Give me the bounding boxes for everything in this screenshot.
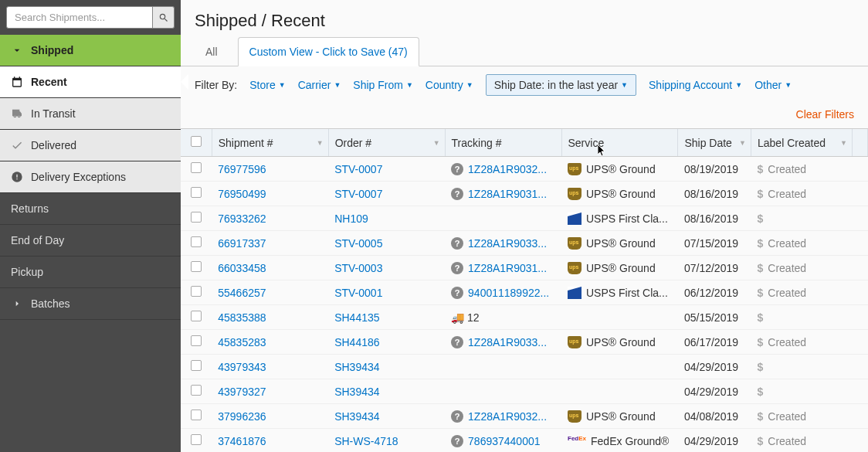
tracking-cell[interactable]: ?940011189922...: [445, 280, 561, 305]
tracking-cell[interactable]: ?786937440001: [445, 429, 561, 453]
tracking-cell[interactable]: [445, 206, 561, 231]
col-order[interactable]: Order #▼: [328, 129, 445, 157]
shipment-link[interactable]: 45835388: [212, 305, 328, 330]
col-shipment[interactable]: Shipment #▼: [212, 129, 328, 157]
row-checkbox[interactable]: [191, 261, 202, 272]
nav-returns[interactable]: Returns: [0, 193, 181, 225]
filter-country[interactable]: Country ▼: [426, 79, 473, 91]
row-checkbox[interactable]: [191, 410, 202, 420]
row-checkbox[interactable]: [191, 236, 202, 247]
nav-delivered[interactable]: Delivered: [0, 130, 181, 161]
shipment-link[interactable]: 43979327: [212, 379, 328, 404]
table-row[interactable]: 76950499STV-0007?1Z28A1R9031...UPS® Grou…: [181, 182, 868, 206]
filter-other[interactable]: Other ▼: [754, 79, 792, 91]
shipment-link[interactable]: 76950499: [212, 182, 328, 206]
row-checkbox[interactable]: [191, 360, 202, 371]
tracking-cell[interactable]: ?1Z28A1R9033...: [445, 330, 561, 355]
row-checkbox[interactable]: [191, 385, 202, 396]
col-tracking[interactable]: Tracking #: [445, 129, 561, 157]
table-row[interactable]: 76977596STV-0007?1Z28A1R9032...UPS® Grou…: [181, 157, 868, 182]
nav-recent[interactable]: Recent: [0, 66, 181, 98]
row-checkbox[interactable]: [191, 434, 202, 445]
shipment-link[interactable]: 45835283: [212, 330, 328, 355]
nav-in-transit[interactable]: In Transit: [0, 98, 181, 130]
shipment-link[interactable]: 76977596: [212, 157, 328, 182]
caret-icon: ▼: [739, 139, 746, 147]
table-row[interactable]: 37461876SH-WS-4718?786937440001FedExFedE…: [181, 429, 868, 453]
row-checkbox[interactable]: [191, 212, 202, 223]
ship-date-cell: 05/15/2019: [678, 305, 751, 330]
order-link[interactable]: SH39434: [328, 404, 445, 429]
search-button[interactable]: [153, 6, 175, 29]
nav-eod[interactable]: End of Day: [0, 225, 181, 257]
col-ship-date[interactable]: Ship Date▼: [678, 129, 751, 157]
order-link[interactable]: SH39434: [328, 355, 445, 379]
col-label-created[interactable]: Label Created▼: [751, 129, 853, 157]
tracking-cell[interactable]: [445, 379, 561, 404]
tracking-cell[interactable]: ?1Z28A1R9032...: [445, 404, 561, 429]
tab-custom[interactable]: Custom View - Click to Save (47): [238, 37, 419, 66]
order-link[interactable]: SH-WS-4718: [328, 429, 445, 453]
filter-ship-date[interactable]: Ship Date: in the last year ▼: [486, 74, 636, 96]
table-row[interactable]: 76933262NH109USPS First Cla...08/16/2019…: [181, 206, 868, 231]
filter-account[interactable]: Shipping Account ▼: [649, 79, 742, 91]
checkbox-icon[interactable]: [191, 136, 202, 147]
table-row[interactable]: 55466257STV-0001?940011189922...USPS Fir…: [181, 280, 868, 305]
help-icon: ?: [451, 287, 463, 299]
row-checkbox[interactable]: [191, 311, 202, 321]
shipment-link[interactable]: 37996236: [212, 404, 328, 429]
table-row[interactable]: 37996236SH39434?1Z28A1R9032...UPS® Groun…: [181, 404, 868, 429]
order-link[interactable]: STV-0007: [328, 157, 445, 182]
table-row[interactable]: 45835388SH44135🚚1205/15/2019$: [181, 305, 868, 330]
clear-filters[interactable]: Clear Filters: [796, 108, 854, 121]
table-row[interactable]: 45835283SH44186?1Z28A1R9033...UPS® Groun…: [181, 330, 868, 355]
table-row[interactable]: 43979327SH3943404/29/2019$: [181, 379, 868, 404]
shipment-link[interactable]: 76933262: [212, 206, 328, 231]
nav-shipped[interactable]: Shipped: [0, 35, 181, 66]
nav-exceptions-label: Delivery Exceptions: [31, 171, 126, 183]
order-link[interactable]: STV-0007: [328, 182, 445, 206]
search-input[interactable]: [6, 6, 153, 29]
tracking-cell[interactable]: [445, 355, 561, 379]
label-cell: $Created: [751, 280, 853, 305]
table-row[interactable]: 66033458STV-0003?1Z28A1R9031...UPS® Grou…: [181, 256, 868, 280]
shipment-link[interactable]: 43979343: [212, 355, 328, 379]
order-link[interactable]: NH109: [328, 206, 445, 231]
table-row[interactable]: 43979343SH3943404/29/2019$: [181, 355, 868, 379]
row-checkbox[interactable]: [191, 335, 202, 346]
table-row[interactable]: 66917337STV-0005?1Z28A1R9033...UPS® Grou…: [181, 231, 868, 256]
order-link[interactable]: SH44135: [328, 305, 445, 330]
shipment-link[interactable]: 66033458: [212, 256, 328, 280]
shipment-link[interactable]: 66917337: [212, 231, 328, 256]
row-checkbox[interactable]: [191, 286, 202, 297]
usps-icon: [568, 212, 581, 225]
filter-ship-from[interactable]: Ship From ▼: [353, 79, 413, 91]
ship-date-cell: 04/08/2019: [678, 404, 751, 429]
nav-exceptions[interactable]: Delivery Exceptions: [0, 161, 181, 193]
col-checkbox[interactable]: [181, 129, 212, 157]
filter-store[interactable]: Store ▼: [249, 79, 285, 91]
help-icon: ?: [451, 237, 463, 250]
filter-carrier[interactable]: Carrier ▼: [298, 79, 341, 91]
tracking-cell[interactable]: 🚚12: [445, 305, 561, 330]
col-service[interactable]: Service: [561, 129, 678, 157]
order-link[interactable]: STV-0005: [328, 231, 445, 256]
order-link[interactable]: SH39434: [328, 379, 445, 404]
service-cell: USPS First Cla...: [561, 280, 678, 305]
shipment-link[interactable]: 37461876: [212, 429, 328, 453]
ship-date-cell: 08/16/2019: [678, 182, 751, 206]
tracking-cell[interactable]: ?1Z28A1R9033...: [445, 231, 561, 256]
order-link[interactable]: STV-0003: [328, 256, 445, 280]
row-checkbox[interactable]: [191, 187, 202, 198]
shipment-link[interactable]: 55466257: [212, 280, 328, 305]
tracking-cell[interactable]: ?1Z28A1R9032...: [445, 157, 561, 182]
nav-pickup-label: Pickup: [11, 266, 43, 278]
nav-batches[interactable]: Batches: [0, 288, 181, 320]
row-checkbox[interactable]: [191, 162, 202, 173]
order-link[interactable]: SH44186: [328, 330, 445, 355]
order-link[interactable]: STV-0001: [328, 280, 445, 305]
nav-pickup[interactable]: Pickup: [0, 257, 181, 288]
tab-all[interactable]: All: [195, 38, 229, 66]
tracking-cell[interactable]: ?1Z28A1R9031...: [445, 256, 561, 280]
tracking-cell[interactable]: ?1Z28A1R9031...: [445, 182, 561, 206]
